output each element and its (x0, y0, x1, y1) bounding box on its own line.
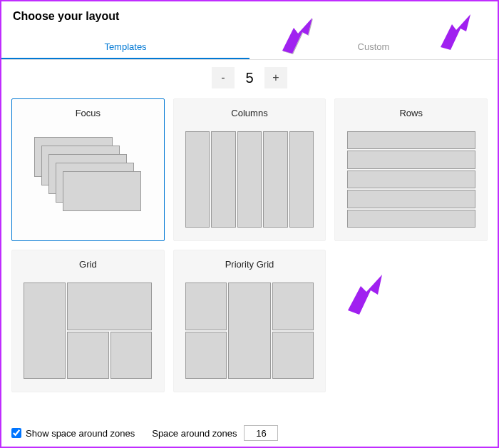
template-grid: Focus Columns Rows Grid (1, 98, 498, 392)
show-space-checkbox[interactable] (11, 428, 21, 438)
template-preview (181, 126, 319, 233)
template-rows[interactable]: Rows (334, 98, 488, 241)
zone-count-value: 5 (237, 70, 262, 86)
template-label: Rows (399, 108, 423, 118)
tabs: Templates Custom (1, 34, 498, 60)
template-grid-layout[interactable]: Grid (11, 250, 165, 392)
template-label: Focus (76, 108, 101, 118)
space-around-input[interactable] (244, 425, 278, 441)
template-priority-grid[interactable]: Priority Grid (173, 250, 326, 392)
decrement-button[interactable]: - (212, 67, 235, 88)
template-label: Grid (79, 259, 97, 270)
template-preview (19, 126, 157, 233)
template-preview (19, 277, 157, 385)
increment-button[interactable]: + (264, 67, 287, 88)
template-preview (181, 277, 319, 385)
template-columns[interactable]: Columns (173, 98, 326, 241)
show-space-checkbox-wrapper[interactable]: Show space around zones (11, 428, 135, 439)
template-label: Priority Grid (225, 259, 274, 270)
space-around-label: Space around zones (152, 428, 237, 439)
footer: Show space around zones Space around zon… (11, 425, 488, 441)
page-title: Choose your layout (13, 10, 486, 23)
tab-custom[interactable]: Custom (250, 34, 498, 59)
template-focus[interactable]: Focus (11, 98, 165, 241)
show-space-label: Show space around zones (26, 428, 135, 439)
tab-templates[interactable]: Templates (1, 34, 250, 59)
template-preview (342, 126, 480, 233)
zone-count-stepper: - 5 + (1, 60, 498, 98)
template-label: Columns (231, 108, 267, 118)
